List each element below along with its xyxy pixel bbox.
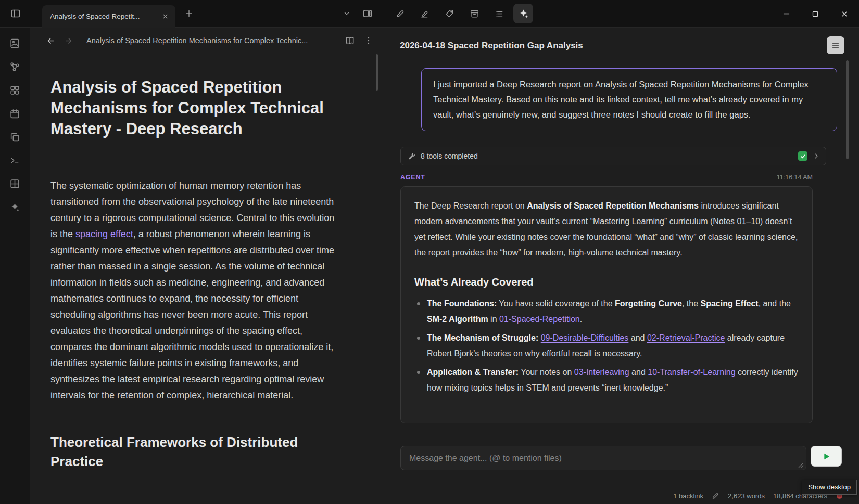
agent-message-meta: AGENT 11:16:14 AM [400, 174, 813, 181]
calendar-icon [9, 108, 20, 119]
image-file-icon [9, 38, 20, 49]
titlebar: Analysis of Spaced Repetit... [0, 0, 859, 28]
annotate-button[interactable] [393, 6, 407, 21]
reading-view-button[interactable] [343, 34, 357, 47]
outline-button[interactable] [491, 6, 506, 21]
covered-item-struggle: The Mechanism of Struggle: 09-Desirable-… [414, 330, 799, 361]
tab-close-icon[interactable] [161, 12, 169, 20]
active-tab[interactable]: Analysis of Spaced Repetit... [42, 5, 175, 28]
window-controls [772, 0, 859, 28]
chat-header: 2026-04-18 Spaced Repetition Gap Analysi… [389, 28, 859, 60]
wrench-icon [407, 152, 416, 161]
left-sidebar-toggle-button[interactable] [8, 6, 23, 21]
new-tab-button[interactable] [182, 6, 196, 21]
layout-left-icon [10, 8, 21, 19]
chevron-down-icon [342, 9, 351, 18]
chat-scrollbar[interactable] [846, 60, 849, 159]
left-ribbon [0, 28, 30, 504]
wikilink-10-transfer-of-learning[interactable]: 10-Transfer-of-Learning [648, 368, 735, 377]
right-sidebar-toggle-button[interactable] [360, 6, 375, 21]
covered-item-foundations: The Foundations: You have solid coverage… [414, 296, 799, 327]
editor-pane: Analysis of Spaced Repetition Mechanisms… [30, 28, 389, 504]
nav-back-button[interactable] [44, 34, 57, 47]
chat-input-box [400, 446, 806, 470]
grid-board-icon [9, 178, 20, 189]
tags-button[interactable] [442, 6, 457, 21]
wikilink-02-retrieval-practice[interactable]: 02-Retrieval-Practice [647, 333, 725, 342]
agent-role-label: AGENT [400, 174, 425, 181]
wikilink-spacing-effect[interactable]: spacing effect [75, 229, 133, 239]
tools-completed-label: 8 tools completed [421, 152, 478, 160]
archive-icon [470, 9, 479, 19]
wikilink-09-desirable-difficulties[interactable]: 09-Desirable-Difficulties [541, 333, 629, 342]
copy-icon [9, 132, 20, 143]
send-play-icon [821, 451, 832, 462]
templates-button[interactable] [8, 130, 22, 144]
check-icon [800, 153, 806, 160]
arrow-left-icon [46, 36, 56, 46]
nav-forward-button[interactable] [61, 34, 75, 47]
note-title: Analysis of Spaced Repetition Mechanisms… [50, 77, 336, 139]
archive-button[interactable] [467, 6, 482, 21]
pen-icon [395, 9, 405, 19]
pencil-icon[interactable] [712, 492, 719, 500]
note-breadcrumb: Analysis of Spaced Repetition Mechanisms… [86, 36, 343, 45]
message-timestamp: 11:16:14 AM [777, 174, 813, 181]
graph-view-button[interactable] [8, 60, 22, 73]
image-note-button[interactable] [8, 36, 22, 50]
workspace-button[interactable] [8, 177, 22, 190]
maximize-icon [811, 9, 820, 19]
ellipsis-vertical-icon [364, 36, 373, 45]
canvas-button[interactable] [8, 83, 22, 97]
close-icon [840, 9, 849, 19]
agent-intro-paragraph: The Deep Research report on Analysis of … [414, 198, 799, 261]
chat-message-input[interactable] [409, 454, 798, 463]
tools-completed-row[interactable]: 8 tools completed [400, 147, 826, 165]
sparkle-icon [9, 202, 20, 213]
covered-list: The Foundations: You have solid coverage… [414, 296, 799, 396]
tab-list-dropdown-button[interactable] [339, 6, 354, 21]
chevron-right-icon[interactable] [812, 152, 820, 160]
send-button[interactable] [811, 446, 842, 467]
agent-chat-pane: 2026-04-18 Spaced Repetition Gap Analysi… [389, 28, 859, 504]
agent-message: The Deep Research report on Analysis of … [400, 186, 813, 423]
covered-heading: What’s Already Covered [414, 274, 799, 290]
word-count: 2,623 words [728, 492, 765, 500]
canvas-grid-icon [9, 85, 20, 96]
show-desktop-tooltip: Show desktop [802, 480, 857, 495]
tools-success-badge [798, 151, 807, 161]
highlight-button[interactable] [417, 6, 432, 21]
editor-scrollbar[interactable] [376, 54, 378, 91]
more-options-button[interactable] [362, 34, 375, 47]
chat-menu-button[interactable] [827, 36, 844, 54]
terminal-icon [9, 155, 20, 166]
terminal-button[interactable] [8, 153, 22, 167]
minimize-button[interactable] [772, 0, 801, 28]
chat-title: 2026-04-18 Spaced Repetition Gap Analysi… [400, 41, 583, 51]
book-open-icon [345, 35, 355, 46]
close-button[interactable] [830, 0, 859, 28]
pen-underline-icon [420, 9, 430, 19]
app-window: Analysis of Spaced Repetit... [0, 0, 859, 504]
tab-title: Analysis of Spaced Repetit... [50, 12, 157, 20]
ai-ribbon-button[interactable] [8, 200, 22, 214]
layout-right-icon [362, 8, 373, 19]
paragraph-text: , a robust phenomenon wherein learning i… [50, 229, 334, 400]
note-section-heading: Theoretical Frameworks of Distributed Pr… [50, 433, 342, 471]
graph-icon [9, 61, 20, 72]
maximize-button[interactable] [801, 0, 830, 28]
note-content: Analysis of Spaced Repetition Mechanisms… [30, 53, 389, 471]
ai-assistant-button[interactable] [513, 4, 533, 23]
backlink-count[interactable]: 1 backlink [673, 492, 703, 500]
plus-icon [184, 9, 194, 18]
sparkles-icon [518, 8, 529, 19]
wikilink-03-interleaving[interactable]: 03-Interleaving [574, 368, 629, 377]
tag-icon [445, 9, 454, 19]
wikilink-01-spaced-repetition[interactable]: 01-Spaced-Repetition [499, 315, 580, 324]
hamburger-icon [831, 41, 840, 50]
resize-grip-icon[interactable] [798, 462, 804, 468]
arrow-right-icon [64, 36, 73, 46]
daily-note-button[interactable] [8, 107, 22, 120]
chat-message-list: I just imported a Deep Research report o… [389, 61, 859, 444]
editor-header: Analysis of Spaced Repetition Mechanisms… [30, 28, 389, 53]
